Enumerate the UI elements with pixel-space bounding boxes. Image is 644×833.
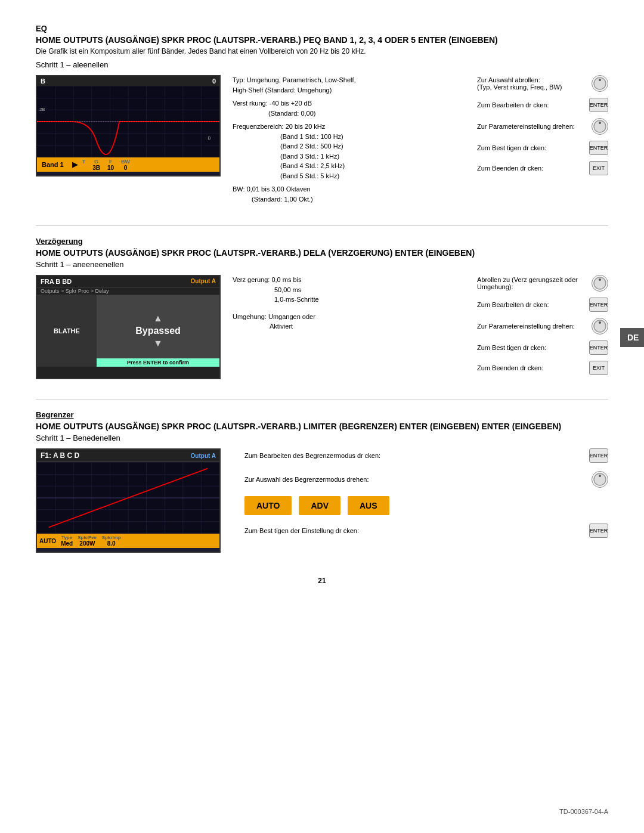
eq-screen-output: 0 [212,78,216,85]
eq-ctrl-param: Zur Parametereinstellung drehen: [477,118,608,135]
delay-section-label: Verzögerung [36,237,608,246]
delay-param-knob-icon [592,318,608,335]
eq-arrow: ▶ [72,160,78,169]
edit-enter-icon: ENTER [589,98,608,112]
svg-point-25 [599,321,601,324]
auto-button[interactable]: AUTO [244,496,292,515]
eq-info-freq: Frequenzbereich: 20 bis 20 kHz (Band 1 S… [233,122,465,181]
limiter-svg [37,462,219,534]
divider-1 [36,225,608,226]
eq-svg: 2B B [37,86,219,157]
eq-ctrl-scroll: Zur Auswahl abrollen:(Typ, Verst rkung, … [477,75,608,92]
delay-header-left: FRA B BD [41,278,72,285]
limiter-ctrl-edit: Zum Bearbeiten des Begrenzermodus dr cke… [244,448,608,463]
delay-press-enter: Press ENTER to confirm [97,358,219,367]
limiter-screen-header: F1: A B C D Output A [37,450,219,462]
eq-screen: B 0 [36,75,221,176]
limiter-param-spkrimp: SpkrImp 8.0 [102,535,121,547]
delay-ctrl-confirm: Zum Best tigen dr cken: ENTER [477,340,608,355]
delay-arrow-down: ▼ [153,339,163,348]
divider-2 [36,399,608,400]
delay-output-label: Output A [191,278,216,285]
delay-edit-enter-icon: ENTER [589,298,608,312]
param-knob-icon [592,118,608,135]
td-ref: TD-000367-04-A [559,808,608,815]
exit-icon: EXIT [589,161,608,175]
eq-info-type: Typ: Umgehung, Parametrisch, Low-Shelf,H… [233,75,465,95]
svg-point-19 [599,79,601,81]
delay-confirm-enter-icon: ENTER [589,340,608,355]
eq-band-label: Band 1 [39,161,66,168]
delay-bypassed-label: Bypassed [135,326,181,336]
eq-ctrl-exit: Zum Beenden dr cken: EXIT [477,161,608,175]
eq-param-bw: BW 0 [121,159,130,171]
delay-body: BLATHE ▲ Bypassed ▼ Press ENTER to confi… [37,295,219,367]
limiter-param-spkrpwr: SpkrPwr 200W [78,535,97,547]
delay-screen-sub: Outputs > Spkr Proc > Delay [37,287,219,295]
eq-section-label: EQ [36,24,608,33]
delay-layout: FRA B BD Output A Outputs > Spkr Proc > … [36,275,608,381]
limiter-header-left: F1: A B C D [41,451,79,460]
delay-ctrl-scroll: Abrollen zu (Verz gerungszeit oder Umgeh… [477,275,608,292]
limiter-ctrl-select: Zur Auswahl des Begrenzermodus drehen: [244,471,608,488]
delay-controls: Abrollen zu (Verz gerungszeit oder Umgeh… [477,275,608,381]
eq-param-f: F 10 [107,159,114,171]
limiter-ctrl-confirm: Zum Best tigen der Einstellung dr cken: … [244,524,608,538]
delay-main-heading: HOME OUTPUTS (AUSGÄNGE) SPKR PROC (LAUTS… [36,248,608,258]
limiter-step1-heading: Schritt 1 – Benedenellen [36,433,608,442]
limiter-section: Begrenzer HOME OUTPUTS (AUSGÄNGE) SPKR P… [36,410,608,553]
limiter-mode-buttons: AUTO ADV AUS [244,496,608,515]
adv-button[interactable]: ADV [299,496,340,515]
delay-center: ▲ Bypassed ▼ Press ENTER to confirm [97,295,219,367]
eq-main-heading: HOME OUTPUTS (AUSGÄNGE) SPKR PROC (LAUTS… [36,35,608,45]
eq-ctrl-confirm: Zum Best tigen dr cken: ENTER [477,141,608,155]
eq-step1-heading: Schritt 1 – aleenellen [36,60,608,69]
limiter-mode-label: AUTO [39,538,56,544]
delay-arrow-up: ▲ [153,314,163,323]
limiter-controls-area: Zum Bearbeiten des Begrenzermodus dr cke… [233,448,608,553]
eq-grid: 2B B [37,86,219,157]
eq-info: Typ: Umgehung, Parametrisch, Low-Shelf,H… [233,75,465,208]
delay-section: Verzögerung HOME OUTPUTS (AUSGÄNGE) SPKR… [36,237,608,381]
limiter-confirm-enter-icon: ENTER [589,524,608,538]
eq-param-g: G 3B [92,159,100,171]
svg-point-23 [599,278,601,281]
page-number: 21 [36,577,608,585]
delay-info: Verz gerung: 0,0 ms bis 50,00 ms 1,0-ms-… [233,275,465,381]
delay-left-col: BLATHE [37,295,97,367]
limiter-output-label: Output A [191,453,216,459]
svg-point-21 [599,122,601,124]
delay-left-label: BLATHE [54,327,80,335]
delay-screen-header: FRA B BD Output A [37,276,219,287]
eq-screen-title: B [41,78,45,85]
limiter-param-type: Type Med [61,535,73,547]
aus-button[interactable]: AUS [348,496,389,515]
scroll-knob-icon [592,75,608,92]
limiter-section-label: Begrenzer [36,410,608,419]
delay-scroll-knob-icon [592,275,608,292]
eq-controls: Zur Auswahl abrollen:(Typ, Verst rkung, … [477,75,608,208]
svg-point-43 [599,475,601,477]
delay-info-bypass: Umgehung: Umgangen oder Aktiviert [233,312,465,332]
eq-screen-header: B 0 [37,76,219,86]
limiter-screen: F1: A B C D Output A [36,448,221,553]
delay-ctrl-edit: Zum Bearbeiten dr cken: ENTER [477,298,608,312]
eq-params: T G 3B F 10 BW 0 [82,159,130,171]
limiter-params: Type Med SpkrPwr 200W SpkrImp 8.0 [61,535,120,547]
delay-ctrl-param: Zur Parametereinstellung drehen: [477,318,608,335]
eq-param-t: T [82,159,86,171]
limiter-layout: F1: A B C D Output A [36,448,608,553]
limiter-select-knob-icon [592,471,608,488]
limiter-main-heading: HOME OUTPUTS (AUSGÄNGE) SPKR PROC (LAUTS… [36,422,608,431]
delay-ctrl-exit: Zum Beenden dr cken: EXIT [477,361,608,375]
de-badge: DE [620,328,644,347]
eq-info-gain: Verst rkung: -40 bis +20 dB(Standard: 0,… [233,98,465,118]
limiter-edit-enter-icon: ENTER [589,448,608,463]
delay-step1-heading: Schritt 1 – aneeneenellen [36,260,608,269]
svg-text:B: B [208,135,210,141]
delay-screen: FRA B BD Output A Outputs > Spkr Proc > … [36,275,221,379]
eq-layout: B 0 [36,75,608,208]
svg-text:2B: 2B [39,107,45,112]
delay-info-time: Verz gerung: 0,0 ms bis 50,00 ms 1,0-ms-… [233,275,465,305]
eq-bottom-bar: Band 1 ▶ T G 3B F 10 [37,157,219,172]
